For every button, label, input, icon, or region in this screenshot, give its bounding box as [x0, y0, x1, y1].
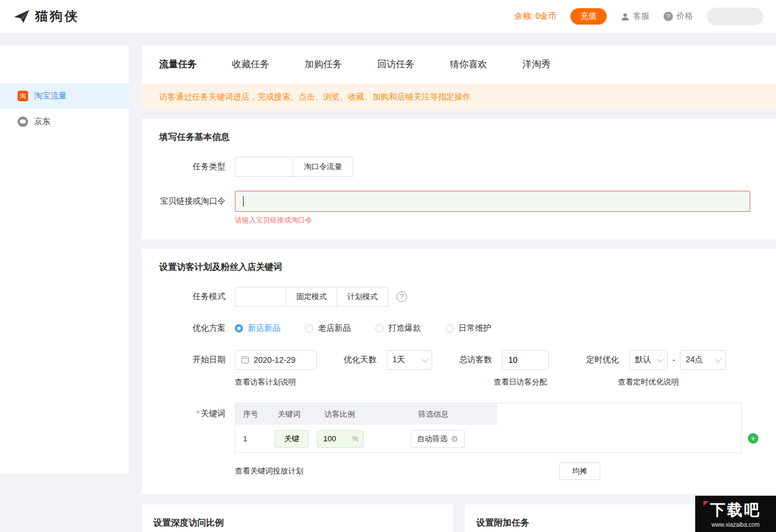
timed-separator: - [672, 355, 675, 365]
tab-traffic-task[interactable]: 流量任务 [159, 59, 197, 71]
total-visitors-label: 总访客数 [459, 355, 492, 365]
person-icon [621, 12, 630, 21]
radio-old-store-new-item[interactable]: 老店新品 [305, 323, 351, 334]
timed-optimize-label: 定时优化 [586, 355, 619, 365]
task-type-option-blank[interactable] [235, 157, 293, 177]
optimize-days-value: 1天 [392, 355, 405, 365]
question-circle-icon: ? [664, 12, 673, 21]
daily-allocation-link[interactable]: 查看日访客分配 [494, 377, 618, 387]
sidebar-item-label: 京东 [34, 116, 50, 127]
auto-filter-label: 自动筛选 [417, 434, 447, 444]
visitor-plan-title: 设置访客计划及粉丝入店关键词 [159, 262, 758, 273]
watermark-accent [703, 501, 709, 506]
tab-guess-you-like[interactable]: 猜你喜欢 [450, 59, 487, 71]
item-link-label: 宝贝链接或淘口令 [159, 196, 225, 207]
radio-label: 日常维护 [459, 323, 491, 334]
sidebar-item-taobao-traffic[interactable]: 淘 淘宝流量 [0, 83, 129, 109]
optimize-plan-label: 优化方案 [159, 323, 225, 334]
task-mode-option-fixed[interactable]: 固定模式 [286, 287, 337, 307]
depth-visit-card: 设置深度访问比例 任务名称 比例 [142, 504, 453, 532]
radio-dot [235, 324, 243, 332]
start-date-picker[interactable]: 2020-12-29 [235, 350, 317, 370]
keyword-plan-link[interactable]: 查看关键词投放计划 [235, 466, 559, 476]
service-link[interactable]: 客服 [621, 11, 649, 22]
optimize-days-select[interactable]: 1天 [387, 350, 432, 370]
radio-label: 老店新品 [318, 323, 351, 334]
tab-favorite-task[interactable]: 收藏任务 [232, 59, 269, 71]
item-link-error: 请输入宝贝链接或淘口令 [235, 215, 758, 225]
task-mode-option-blank[interactable] [235, 287, 286, 307]
radio-hot-item[interactable]: 打造爆款 [375, 323, 421, 334]
col-header-visitor-ratio: 访客比例 [317, 403, 411, 425]
auto-filter-button[interactable]: 自动筛选 ⚙ [411, 430, 465, 448]
sidebar: 淘 淘宝流量 京东 [0, 46, 129, 474]
timed-end-value: 24点 [686, 355, 703, 365]
radio-dot [375, 324, 384, 332]
help-icon[interactable]: ? [396, 291, 407, 302]
task-mode-row: 任务模式 固定模式 计划模式 ? [159, 287, 758, 307]
visitor-plan-help-link[interactable]: 查看访客计划说明 [235, 377, 494, 387]
balance-text: 余额: 0金币 [514, 11, 556, 22]
tab-cart-task[interactable]: 加购任务 [305, 59, 342, 71]
timed-optimize-help-link[interactable]: 查看定时优化说明 [618, 377, 679, 387]
col-header-filter-info: 筛选信息 [411, 403, 497, 425]
keyword-footer-row: 查看关键词投放计划 均摊 [235, 462, 758, 480]
radio-label: 新店新品 [248, 323, 281, 334]
logo-text: 猫狗侠 [35, 8, 79, 25]
optimize-days-label: 优化天数 [344, 355, 377, 365]
keyword-row: *关键词 序号 关键词 访客比例 筛选信息 1 [159, 403, 758, 453]
timed-end-select[interactable]: 24点 [680, 350, 726, 370]
task-mode-label: 任务模式 [159, 291, 225, 302]
bottom-cards: 设置深度访问比例 任务名称 比例 设置附加任务 任务名称 比例 [142, 504, 776, 532]
keyword-table-row: 1 % 自动筛选 ⚙ [235, 425, 741, 452]
keyword-table-header: 序号 关键词 访客比例 筛选信息 [235, 403, 741, 425]
task-type-label: 任务类型 [159, 162, 225, 172]
logo-icon [13, 9, 30, 24]
keyword-input[interactable] [275, 430, 309, 448]
item-link-row: 宝贝链接或淘口令 [159, 191, 758, 212]
watermark: 下载吧 www.xiazaiba.com [695, 496, 776, 532]
task-type-option-taokouling[interactable]: 淘口令流量 [293, 157, 353, 177]
ratio-input[interactable] [322, 434, 346, 444]
task-mode-option-plan[interactable]: 计划模式 [337, 287, 388, 307]
keyword-cell [270, 430, 317, 448]
row-index: 1 [235, 434, 270, 443]
depth-visit-title: 设置深度访问比例 [153, 517, 442, 528]
chevron-down-icon [422, 356, 428, 362]
task-tab-bar: 流量任务 收藏任务 加购任务 回访任务 猜你喜欢 洋淘秀 [142, 46, 776, 84]
taobao-icon: 淘 [18, 91, 28, 101]
timed-start-select[interactable]: 默认 [629, 350, 668, 370]
watermark-title: 下载吧 [710, 500, 761, 520]
radio-dot [305, 324, 313, 332]
col-header-filler [497, 403, 741, 425]
schedule-row: 开始日期 2020-12-29 优化天数 1天 总访客数 定时优化 默认 - 2… [159, 350, 758, 370]
total-visitors-input[interactable] [502, 350, 549, 370]
tab-yangtaoxiu[interactable]: 洋淘秀 [522, 59, 551, 71]
logo: 猫狗侠 [13, 8, 79, 25]
required-mark: * [197, 409, 200, 418]
radio-daily-maintain[interactable]: 日常维护 [446, 323, 491, 334]
recharge-button[interactable]: 充值 [570, 8, 607, 25]
filter-cell: 自动筛选 ⚙ [411, 430, 497, 448]
ratio-cell: % [317, 430, 411, 448]
task-mode-segments: 固定模式 计划模式 [235, 287, 388, 307]
basic-info-card: 填写任务基本信息 任务类型 淘口令流量 宝贝链接或淘口令 请输入宝贝链接或淘口令 [142, 119, 776, 239]
basic-info-title: 填写任务基本信息 [159, 132, 758, 143]
chevron-down-icon [657, 356, 664, 362]
price-link[interactable]: ? 价格 [664, 11, 693, 22]
timed-start-value: 默认 [635, 355, 651, 365]
calendar-icon [241, 356, 249, 363]
share-evenly-button[interactable]: 均摊 [559, 462, 600, 480]
add-keyword-button[interactable]: + [748, 433, 758, 444]
keyword-label: *关键词 [159, 409, 225, 419]
item-link-input[interactable] [235, 191, 750, 212]
tab-revisit-task[interactable]: 回访任务 [377, 59, 415, 71]
radio-new-store-new-item[interactable]: 新店新品 [235, 323, 281, 334]
sidebar-item-jd[interactable]: 京东 [0, 109, 129, 135]
header-blank-button[interactable] [707, 8, 763, 25]
price-label: 价格 [676, 11, 693, 22]
notice-bar: 访客通过任务关键词进店，完成搜索、点击、浏览、收藏、加购和店铺关注等指定操作 [142, 84, 776, 109]
help-links-row: 查看访客计划说明 查看日访客分配 查看定时优化说明 [235, 377, 758, 387]
jd-icon [18, 116, 28, 127]
task-type-row: 任务类型 淘口令流量 [159, 157, 758, 177]
